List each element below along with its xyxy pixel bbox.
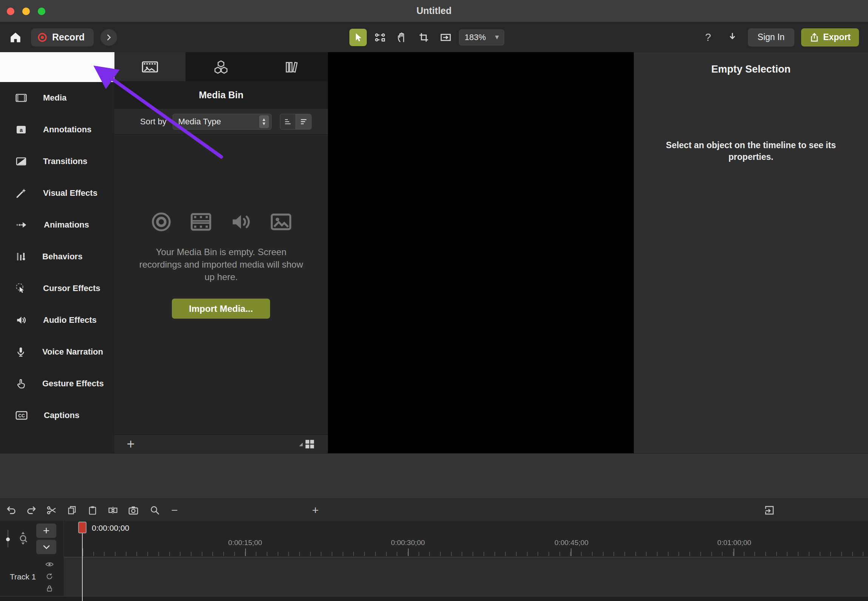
cut-button[interactable] [43, 499, 60, 521]
home-button[interactable] [7, 29, 24, 46]
pan-tool-button[interactable] [393, 29, 411, 46]
sort-direction-group [280, 114, 312, 130]
sidebar-item-behaviors[interactable]: Behaviors [0, 241, 114, 273]
sidebar-label: Animations [44, 220, 89, 230]
hand-icon [396, 32, 408, 43]
add-media-button[interactable]: + [122, 435, 139, 453]
sidebar-item-animations[interactable]: Animations [0, 209, 114, 241]
grid-view-icon [304, 438, 315, 450]
camtasia-window: Untitled Record [0, 0, 868, 601]
plus-icon: + [127, 437, 134, 451]
track-1-lane[interactable] [64, 557, 868, 596]
plus-icon: + [312, 505, 319, 516]
sort-type-dropdown[interactable]: Media Type ▲▼ [173, 114, 272, 130]
track-lock-button[interactable] [45, 584, 54, 593]
sidebar-item-audio-effects[interactable]: Audio Effects [0, 304, 114, 336]
crop-tool-button[interactable] [415, 29, 432, 46]
select-tool-button[interactable] [349, 29, 367, 46]
sort-descending-button[interactable] [296, 114, 312, 130]
properties-panel-title: Empty Selection [634, 64, 868, 75]
cursor-fx-icon [15, 282, 27, 294]
timeline-ruler[interactable]: 0:00:15;00 0:00:30;00 0:00:45;00 0:01:00… [0, 521, 868, 557]
undo-button[interactable] [3, 499, 20, 521]
expand-icon [764, 505, 775, 516]
view-mode-toggle-button[interactable]: ◢ [299, 437, 320, 451]
paste-button[interactable] [84, 499, 101, 521]
timeline-zoom-button[interactable] [147, 499, 163, 521]
import-media-button[interactable]: Import Media... [172, 299, 270, 319]
filmstrip-icon [15, 92, 27, 104]
record-button[interactable]: Record [31, 28, 94, 46]
track-name-label: Track 1 [10, 572, 36, 581]
track-height-widget[interactable] [17, 531, 29, 547]
playhead-handle[interactable] [78, 522, 86, 533]
split-button[interactable] [105, 499, 121, 521]
sidebar-label: Annotations [43, 125, 91, 135]
track-visibility-button[interactable] [45, 559, 54, 569]
sidebar-item-visual-effects[interactable]: Visual Effects [0, 177, 114, 209]
track-loop-button[interactable] [45, 572, 54, 581]
fit-canvas-tool-button[interactable] [437, 29, 454, 46]
image-icon [269, 210, 293, 234]
help-button[interactable]: ? [700, 29, 717, 46]
sidebar-item-captions[interactable]: CC Captions [0, 400, 114, 431]
paste-icon [87, 505, 98, 516]
copy-icon [67, 505, 77, 516]
magnifier-icon [150, 505, 160, 516]
playback-controls: 00:00:00;00/00:00:00;00 Properties [0, 453, 868, 499]
preview-canvas[interactable] [328, 52, 634, 453]
gutter-slider-handle[interactable] [6, 537, 10, 541]
sidebar-label: Captions [44, 410, 79, 420]
sort-descending-icon [300, 118, 308, 126]
toolbar-right-group: ? Sign In Export [700, 22, 859, 52]
sidebar-item-cursor-effects[interactable]: Cursor Effects [0, 273, 114, 304]
transition-icon [15, 155, 27, 167]
redo-button[interactable] [23, 499, 40, 521]
ruler-label: 0:00:45;00 [554, 539, 588, 547]
collapse-tracks-button[interactable] [36, 540, 56, 554]
tab-components[interactable] [185, 52, 256, 81]
sidebar-label: Audio Effects [43, 315, 97, 325]
screenshot-button[interactable] [125, 499, 142, 521]
playhead-line[interactable] [82, 532, 83, 601]
media-bin-tabs [114, 52, 328, 81]
zoom-in-button[interactable]: + [307, 499, 324, 521]
ruler-major-ticks [82, 548, 868, 556]
sidebar-item-transitions[interactable]: Transitions [0, 146, 114, 177]
properties-panel-message: Select an object on the timeline to see … [653, 139, 849, 163]
sidebar-item-gesture-effects[interactable]: Gesture Effects [0, 368, 114, 400]
media-bin-title: Media Bin [114, 81, 328, 109]
sidebar-label: Media [43, 93, 66, 103]
expand-record-options-button[interactable] [100, 29, 117, 46]
sign-in-button[interactable]: Sign In [748, 28, 795, 46]
home-icon [9, 31, 22, 44]
sort-ascending-button[interactable] [280, 114, 296, 130]
download-button[interactable] [724, 29, 741, 46]
sidebar-item-annotations[interactable]: a Annotations [0, 114, 114, 146]
camera-icon [128, 505, 139, 516]
zoom-out-button[interactable]: − [166, 499, 183, 521]
sidebar-label: Cursor Effects [43, 283, 100, 293]
sidebar-label: Behaviors [42, 252, 82, 262]
undo-icon [6, 505, 17, 516]
detach-timeline-button[interactable] [761, 499, 778, 521]
canvas-zoom-dropdown[interactable]: 183% ▼ [459, 29, 504, 45]
media-bin-sort-row: Sort by Media Type ▲▼ [114, 109, 328, 135]
track-1-header: Track 1 [0, 557, 64, 596]
chevron-down-icon [42, 542, 51, 551]
window-title: Untitled [0, 5, 868, 16]
speaker-icon [229, 210, 253, 234]
annotation-icon: a [15, 124, 27, 136]
copy-button[interactable] [64, 499, 80, 521]
motion-arrow-icon [15, 218, 28, 231]
tab-media-bin[interactable] [114, 52, 185, 81]
stepper-icon: ▲▼ [259, 115, 269, 128]
tab-library[interactable] [256, 52, 327, 81]
sidebar-item-voice-narration[interactable]: Voice Narration [0, 336, 114, 368]
add-track-button[interactable]: + [36, 524, 56, 538]
export-button[interactable]: Export [801, 28, 859, 46]
edit-points-tool-button[interactable] [371, 29, 389, 46]
sidebar-item-media[interactable]: Media [0, 82, 114, 114]
ruler-label: 0:01:00;00 [717, 539, 751, 547]
media-bin-tab-icon [141, 59, 159, 74]
